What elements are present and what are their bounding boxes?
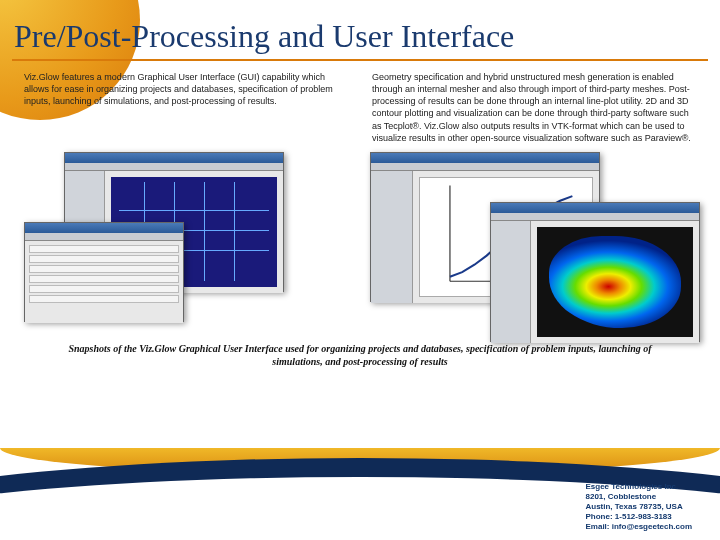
footer-company: Esgee Technologies Inc. <box>585 482 692 492</box>
title-underline <box>12 59 708 61</box>
footer-phone-label: Phone: <box>585 512 612 521</box>
right-screenshot-stack <box>370 152 696 332</box>
gui-window-contour <box>490 202 700 342</box>
footer-phone: 1-512-983-3183 <box>615 512 672 521</box>
left-paragraph: Viz.Glow features a modern Graphical Use… <box>24 71 348 144</box>
gui-window-inputs <box>24 222 184 322</box>
slide-title: Pre/Post-Processing and User Interface <box>0 0 720 59</box>
footer-contact: Esgee Technologies Inc. 8201, Cobbleston… <box>585 482 692 532</box>
footer-email: info@esgeetech.com <box>612 522 692 531</box>
footer-email-line: Email: info@esgeetech.com <box>585 522 692 532</box>
footer-phone-line: Phone: 1-512-983-3183 <box>585 512 692 522</box>
footer-email-label: Email: <box>585 522 609 531</box>
screenshot-caption: Snapshots of the Viz.Glow Graphical User… <box>0 336 720 368</box>
body-columns: Viz.Glow features a modern Graphical Use… <box>0 71 720 144</box>
left-screenshot-stack <box>24 152 350 332</box>
right-paragraph: Geometry specification and hybrid unstru… <box>372 71 696 144</box>
screenshot-row <box>0 144 720 336</box>
footer-addr2: Austin, Texas 78735, USA <box>585 502 692 512</box>
footer-addr1: 8201, Cobblestone <box>585 492 692 502</box>
